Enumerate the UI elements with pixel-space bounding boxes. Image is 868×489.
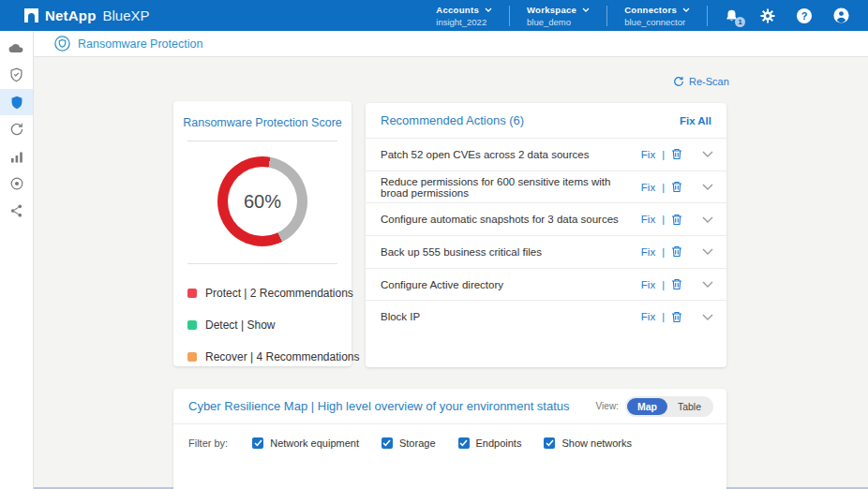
header-icons: 1	[723, 7, 849, 24]
checkbox-checked-icon[interactable]	[252, 437, 263, 449]
recommended-actions-card: Recommended Actions (6) Fix All Patch 52…	[366, 103, 726, 367]
filter-endpoints[interactable]: Endpoints	[458, 437, 522, 449]
chevron-down-icon[interactable]	[702, 314, 713, 320]
legend-item-recover[interactable]: Recover | 4 Recommendations	[187, 341, 337, 373]
legend-item-detect[interactable]: Detect | Show	[187, 309, 337, 341]
chevron-down-icon[interactable]	[702, 216, 713, 223]
fix-button[interactable]: Fix	[641, 149, 655, 160]
chevron-down-icon[interactable]	[702, 248, 713, 255]
help-icon[interactable]: ?	[796, 7, 813, 24]
netapp-logo-icon	[24, 8, 38, 22]
top-header: NetApp BlueXP Accounts insight_2022 Work…	[0, 0, 868, 31]
sidebar-item-health[interactable]	[0, 62, 33, 88]
ransomware-protection-icon	[54, 36, 70, 52]
action-text: Block IP	[381, 311, 420, 322]
filter-storage[interactable]: Storage	[382, 437, 436, 449]
connectors-value: blue_connector	[624, 17, 690, 27]
help-glyph: ?	[797, 8, 812, 23]
fix-all-button[interactable]: Fix All	[680, 115, 711, 126]
score-value: 60%	[244, 191, 281, 213]
chevron-down-icon	[682, 7, 690, 12]
filter-network-equipment[interactable]: Network equipment	[252, 437, 359, 449]
legend-label: Detect | Show	[205, 319, 275, 332]
action-row: Block IP Fix |	[366, 300, 726, 333]
score-donut-chart: 60%	[217, 156, 307, 246]
action-row: Back up 555 business critical files Fix …	[366, 235, 726, 268]
filter-label: Show networks	[561, 437, 632, 449]
view-table-option[interactable]: Table	[667, 398, 711, 415]
legend-label: Protect | 2 Recommendations	[205, 287, 353, 300]
detect-swatch-icon	[187, 320, 197, 330]
fix-button[interactable]: Fix	[641, 279, 655, 290]
header-right: Accounts insight_2022 Workspace blue_dem…	[419, 5, 857, 27]
chevron-down-icon	[582, 7, 590, 12]
workspace-label: Workspace	[527, 5, 576, 15]
sidebar-item-sync[interactable]	[0, 198, 33, 224]
cloud-restore-icon	[9, 122, 24, 137]
brand: NetApp BlueXP	[24, 7, 150, 23]
connectors-menu[interactable]: Connectors blue_connector	[607, 5, 707, 27]
fix-button[interactable]: Fix	[641, 214, 655, 225]
action-text: Patch 52 open CVEs across 2 data sources	[381, 149, 589, 160]
separator: |	[662, 311, 665, 322]
view-toggle: Map Table	[625, 396, 713, 417]
filter-label: Storage	[399, 437, 436, 449]
separator: |	[662, 149, 665, 160]
checkbox-checked-icon[interactable]	[458, 437, 470, 449]
fix-button[interactable]: Fix	[641, 182, 655, 193]
sidebar-item-governance[interactable]	[0, 170, 33, 197]
notifications-bell-icon[interactable]: 1	[723, 7, 740, 24]
separator: |	[662, 182, 665, 193]
notification-badge: 1	[735, 17, 745, 27]
accounts-menu[interactable]: Accounts insight_2022	[419, 5, 509, 27]
rescan-button[interactable]: Re-Scan	[673, 76, 729, 87]
breadcrumb: Ransomware Protection	[54, 36, 202, 52]
protection-score-card: Ransomware Protection Score 60% Protect …	[173, 101, 352, 366]
cloud-canvas-icon	[8, 42, 24, 53]
page-title: Ransomware Protection	[78, 37, 202, 51]
separator: |	[662, 279, 665, 290]
recover-swatch-icon	[187, 352, 197, 362]
chevron-down-icon[interactable]	[702, 151, 713, 157]
shield-check-icon	[9, 67, 23, 82]
brand-name: NetApp	[45, 7, 97, 23]
user-icon[interactable]	[832, 7, 849, 24]
chevron-down-icon	[485, 7, 492, 12]
filter-label: Network equipment	[270, 437, 359, 449]
legend-label: Recover | 4 Recommendations	[205, 350, 360, 363]
divider	[707, 6, 708, 26]
fix-button[interactable]: Fix	[641, 311, 655, 322]
sidebar-item-reports[interactable]	[0, 143, 33, 170]
page-header: Ransomware Protection	[34, 31, 868, 57]
checkbox-checked-icon[interactable]	[544, 437, 555, 449]
filter-show-networks[interactable]: Show networks	[544, 437, 632, 449]
separator: |	[662, 246, 665, 258]
score-legend: Protect | 2 Recommendations Detect | Sho…	[187, 277, 337, 373]
trash-icon[interactable]	[671, 148, 682, 160]
trash-icon[interactable]	[671, 245, 682, 258]
accounts-label: Accounts	[436, 5, 479, 15]
rescan-label: Re-Scan	[689, 76, 729, 87]
bar-chart-icon	[10, 151, 23, 163]
actions-card-title: Recommended Actions (6)	[381, 113, 524, 127]
trash-icon[interactable]	[671, 278, 682, 290]
trash-icon[interactable]	[671, 311, 682, 323]
view-map-option[interactable]: Map	[627, 398, 667, 415]
sidebar-item-canvas[interactable]	[0, 35, 33, 61]
workspace-value: blue_demo	[527, 17, 590, 27]
sidebar-item-restore[interactable]	[0, 116, 33, 142]
action-row: Configure automatic snapshots for 3 data…	[366, 202, 726, 235]
app-window: NetApp BlueXP Accounts insight_2022 Work…	[0, 0, 868, 489]
rescan-refresh-icon	[673, 76, 684, 87]
trash-icon[interactable]	[671, 181, 682, 193]
fix-button[interactable]: Fix	[641, 246, 655, 258]
gear-icon[interactable]	[759, 7, 776, 24]
chevron-down-icon[interactable]	[702, 184, 713, 190]
chevron-down-icon[interactable]	[702, 281, 713, 288]
checkbox-checked-icon[interactable]	[382, 437, 393, 449]
legend-item-protect[interactable]: Protect | 2 Recommendations	[187, 277, 337, 309]
brand-product: BlueXP	[103, 7, 150, 23]
sidebar-item-ransomware-protection[interactable]	[0, 89, 33, 115]
trash-icon[interactable]	[671, 214, 682, 226]
workspace-menu[interactable]: Workspace blue_demo	[510, 5, 606, 27]
